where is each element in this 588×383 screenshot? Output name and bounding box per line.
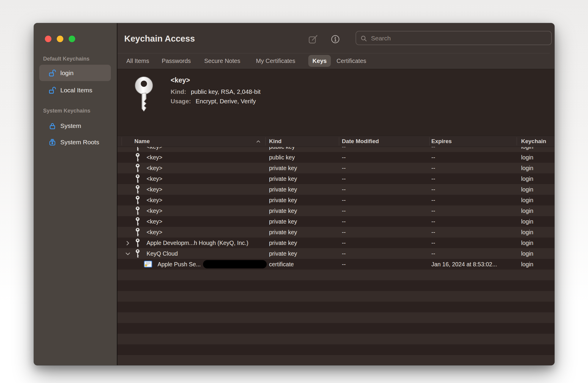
row-expires: -- [431, 216, 435, 227]
detail-kind-value: public key, RSA, 2,048-bit [191, 88, 260, 95]
row-name: <key> [147, 205, 162, 216]
tab-my-certificates[interactable]: My Certificates [256, 55, 295, 67]
row-expires: -- [431, 147, 435, 152]
key-icon [135, 174, 140, 183]
key-icon [135, 228, 140, 237]
table-row-partial[interactable]: <key> public key -- -- login [117, 147, 554, 152]
row-kind: private key [269, 205, 297, 216]
table-row[interactable]: <key> private key -- -- login [117, 205, 554, 216]
column-separator[interactable] [265, 137, 266, 145]
key-icon [135, 217, 140, 226]
row-keychain: login [521, 173, 533, 184]
column-header-name[interactable]: Name [134, 136, 150, 147]
minimize-button[interactable] [57, 36, 63, 42]
row-keychain: login [521, 248, 533, 259]
tab-passwords[interactable]: Passwords [162, 55, 191, 67]
row-expires: -- [431, 205, 435, 216]
close-button[interactable] [45, 36, 51, 42]
key-icon [135, 185, 140, 194]
tab-all-items[interactable]: All Items [126, 55, 149, 67]
row-kind: private key [269, 238, 297, 248]
chevron-down-icon[interactable] [125, 251, 131, 257]
search-input[interactable] [370, 32, 547, 45]
row-expires: -- [431, 238, 435, 248]
column-separator[interactable] [517, 137, 517, 145]
tab-keys[interactable]: Keys [308, 55, 331, 67]
column-header-keychain[interactable]: Keychain [521, 136, 546, 147]
sidebar-item-login[interactable]: login [39, 65, 111, 81]
row-expires: -- [431, 152, 435, 163]
chevron-right-icon[interactable] [125, 240, 131, 246]
row-kind: public key [269, 147, 295, 152]
row-date-modified: -- [342, 259, 346, 270]
table-row-apple-development[interactable]: Apple Developm...h Hough (KeyQ, Inc.) pr… [117, 238, 554, 248]
unlocked-padlock-icon [49, 86, 56, 94]
row-kind: private key [269, 195, 297, 205]
redaction-bar [203, 260, 267, 268]
keychain-access-window: Default Keychains login Local Items Syst… [34, 23, 554, 365]
key-icon [135, 164, 140, 173]
sidebar-item-label: login [60, 69, 73, 77]
table-row[interactable]: <key> private key -- -- login [117, 195, 554, 205]
table-row[interactable]: <key> public key -- -- login [117, 152, 554, 163]
table-body: <key> public key -- -- login <key> publi… [117, 147, 554, 365]
column-separator[interactable] [122, 137, 122, 145]
row-kind: private key [269, 248, 297, 259]
row-expires: -- [431, 184, 435, 195]
key-icon [135, 196, 140, 205]
row-expires: -- [431, 248, 435, 259]
row-kind: private key [269, 184, 297, 195]
row-expires: -- [431, 163, 435, 173]
row-date-modified: -- [342, 163, 346, 173]
row-kind: certificate [269, 259, 294, 270]
sidebar-item-local-items[interactable]: Local Items [39, 82, 111, 98]
row-keychain: login [521, 147, 533, 152]
info-icon[interactable] [331, 34, 340, 44]
table-row[interactable]: <key> private key -- -- login [117, 184, 554, 195]
row-date-modified: -- [342, 205, 346, 216]
row-keychain: login [521, 184, 533, 195]
column-separator[interactable] [339, 137, 339, 145]
column-header-kind[interactable]: Kind [269, 136, 282, 147]
row-expires: -- [431, 173, 435, 184]
row-keychain: login [521, 205, 533, 216]
lockbox-icon [49, 138, 56, 146]
table-row-apple-push-certificate[interactable]: Apple Push Se... certificate -- Jan 16, … [117, 259, 554, 270]
toolbar: Keychain Access All Items Passwo [117, 23, 554, 69]
search-icon [361, 35, 367, 42]
row-name: KeyQ Cloud [147, 248, 178, 259]
tab-certificates[interactable]: Certificates [337, 55, 366, 67]
row-date-modified: -- [342, 147, 346, 152]
row-kind: private key [269, 173, 297, 184]
sidebar-item-system-roots[interactable]: System Roots [39, 134, 111, 150]
sidebar-item-label: Local Items [60, 87, 92, 94]
key-icon [135, 249, 140, 258]
row-keychain: login [521, 238, 533, 248]
zoom-button[interactable] [69, 36, 75, 42]
row-name: <key> [147, 184, 162, 195]
row-keychain: login [521, 227, 533, 238]
key-icon [135, 206, 140, 216]
key-icon [135, 147, 140, 151]
row-expires: Jan 16, 2024 at 8:53:02... [431, 259, 497, 270]
row-name: Apple Push Se... [158, 259, 201, 270]
table-row-keyq-cloud[interactable]: KeyQ Cloud private key -- -- login [117, 248, 554, 259]
row-kind: private key [269, 216, 297, 227]
table-row[interactable]: <key> private key -- -- login [117, 216, 554, 227]
table-row[interactable]: <key> private key -- -- login [117, 227, 554, 238]
column-header-expires[interactable]: Expires [431, 136, 452, 147]
table-row[interactable]: <key> private key -- -- login [117, 163, 554, 173]
table-row[interactable]: <key> private key -- -- login [117, 173, 554, 184]
row-date-modified: -- [342, 184, 346, 195]
tab-secure-notes[interactable]: Secure Notes [204, 55, 240, 67]
compose-icon[interactable] [309, 34, 318, 44]
toolbar-separator [117, 53, 550, 53]
column-header-date-modified[interactable]: Date Modified [342, 136, 379, 147]
row-keychain: login [521, 195, 533, 205]
search-field[interactable] [356, 31, 552, 45]
sidebar-item-system[interactable]: System [39, 118, 111, 134]
unlocked-padlock-icon [49, 69, 56, 77]
row-keychain: login [521, 259, 533, 270]
column-separator[interactable] [429, 137, 430, 145]
row-expires: -- [431, 227, 435, 238]
